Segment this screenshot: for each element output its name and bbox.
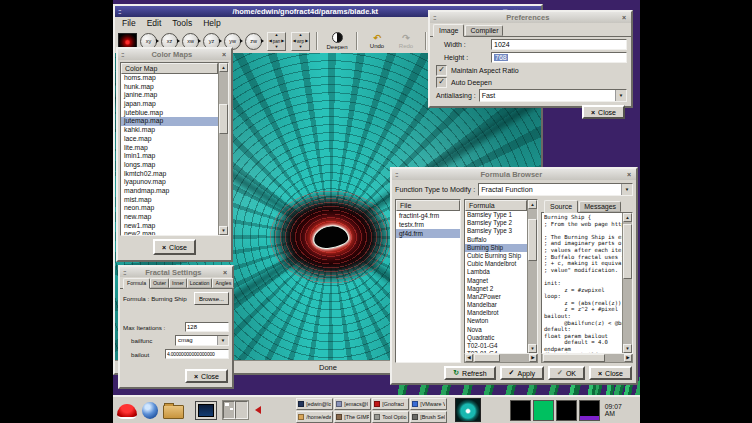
tab[interactable]: Messages (579, 201, 621, 212)
color-map-item[interactable]: lmin1.map (121, 152, 218, 161)
column-header[interactable]: Color Map (121, 63, 218, 74)
web-browser-icon[interactable] (142, 402, 159, 419)
formula-item[interactable]: Barnsley Type 2 (465, 219, 527, 227)
pager-active-desktop[interactable] (223, 401, 236, 419)
maintain-aspect-checkbox[interactable]: ✓ (436, 65, 447, 76)
function-type-dropdown[interactable]: Fractal Function ▼ (478, 183, 633, 196)
main-menu-redhat-icon[interactable] (117, 404, 137, 419)
pan-right-icon[interactable]: ▶ (281, 39, 284, 43)
taskbar-task-button[interactable]: /home/edw (296, 411, 333, 423)
formula-item[interactable]: Buffalo (465, 236, 527, 244)
browse-button[interactable]: Browse... (194, 292, 229, 305)
formula-item[interactable]: Nova (465, 326, 527, 334)
color-map-item[interactable]: new1.map (121, 222, 218, 231)
formula-item[interactable]: Newton (465, 317, 527, 325)
preferences-titlebar[interactable]: :: Preferences × (430, 12, 631, 23)
horizontal-scrollbar[interactable]: ▶ (541, 354, 633, 363)
close-icon[interactable]: × (620, 14, 628, 21)
scroll-down-icon[interactable]: ▼ (219, 226, 228, 235)
formula-item[interactable]: Magnet 2 (465, 285, 527, 293)
scroll-up-icon[interactable]: ▲ (528, 200, 537, 209)
window-menu-icon[interactable]: :: (118, 8, 121, 15)
tab[interactable]: Source (544, 200, 578, 213)
bailfunc-dropdown[interactable]: cmag ▼ (175, 335, 229, 346)
horizontal-scrollbar[interactable]: ◀ ▶ (464, 354, 538, 363)
chevron-down-icon[interactable]: ▼ (621, 184, 632, 195)
color-maps-titlebar[interactable]: :: Color Maps × (118, 49, 231, 60)
close-icon[interactable]: × (220, 51, 228, 58)
formula-item[interactable]: Mandelbar (465, 301, 527, 309)
max-iterations-input[interactable] (185, 322, 229, 332)
chevron-down-icon[interactable]: ▼ (615, 90, 626, 101)
color-map-item[interactable]: mist.map (121, 196, 218, 205)
tab[interactable]: Compiler (465, 25, 503, 36)
window-swatch[interactable] (556, 400, 577, 421)
antialias-dropdown[interactable]: Fast ▼ (479, 89, 627, 102)
scroll-left-icon[interactable]: ◀ (465, 354, 473, 362)
scroll-down-icon[interactable]: ▼ (528, 344, 537, 353)
color-map-item[interactable]: kahki.map (121, 126, 218, 135)
tab[interactable]: Location (187, 278, 213, 288)
scroll-right-icon[interactable]: ▶ (624, 354, 632, 362)
scroll-track[interactable] (623, 222, 632, 344)
tab[interactable]: Outer (150, 278, 169, 288)
window-menu-icon[interactable]: :: (121, 51, 124, 58)
file-column-header[interactable]: File (396, 200, 460, 211)
scroll-track[interactable] (528, 209, 537, 344)
deepen-button[interactable]: Deepen (324, 30, 350, 53)
formula-item[interactable]: Burning Ship (465, 244, 527, 252)
color-map-item[interactable]: lkmtch02.map (121, 170, 218, 179)
width-input[interactable] (491, 39, 627, 50)
menu-item[interactable]: Tools (172, 18, 192, 28)
color-map-item[interactable]: homs.map (121, 74, 218, 83)
scroll-right-icon[interactable]: ▶ (529, 354, 537, 362)
warp-down-icon[interactable]: ▼ (299, 45, 303, 49)
formula-column-header[interactable]: Formula (465, 200, 527, 211)
taskbar-task-button[interactable]: [The GIMP (334, 411, 371, 423)
scroll-thumb[interactable] (474, 354, 500, 362)
color-map-item[interactable]: mandmap.map (121, 187, 218, 196)
formula-item[interactable]: Mandelbrot (465, 309, 527, 317)
color-map-item[interactable]: new.map (121, 213, 218, 222)
color-map-item[interactable]: lite.map (121, 144, 218, 153)
fractal-thumbnail-icon[interactable] (455, 398, 481, 422)
scroll-track[interactable] (473, 354, 529, 362)
terminal-launcher-icon[interactable] (195, 401, 217, 420)
tab[interactable]: Image (433, 24, 464, 37)
scroll-track[interactable] (542, 354, 624, 362)
refresh-button[interactable]: ↻ Refresh (444, 366, 495, 380)
vertical-scrollbar[interactable]: ▲ ▼ (527, 200, 537, 353)
formula-item[interactable]: T03-01-G4 (465, 350, 527, 353)
taskbar-task-button[interactable]: Tool Optio (372, 411, 409, 423)
file-item[interactable]: testx.frm (396, 220, 460, 229)
color-map-item[interactable]: lyapunov.map (121, 178, 218, 187)
taskbar-task-button[interactable]: [edwin@lo (296, 398, 333, 410)
color-map-item[interactable]: longs.map (121, 161, 218, 170)
close-button[interactable]: × Close (185, 369, 228, 383)
warp-control[interactable]: ▲ ◀wrp▶ ▼ (291, 32, 310, 51)
tab[interactable]: Angles (212, 278, 234, 288)
formula-item[interactable]: Cubic Mandelbrot (465, 260, 527, 268)
formula-item[interactable]: Quadratic (465, 334, 527, 342)
undo-button[interactable]: ↶ Undo (364, 30, 390, 53)
auto-deepen-checkbox[interactable]: ✓ (436, 77, 447, 88)
color-map-item[interactable]: japan.map (121, 100, 218, 109)
taskbar-task-button[interactable]: [Gnofract (372, 398, 409, 410)
pan-control[interactable]: ▲ ◀pan▶ ▼ (267, 32, 286, 51)
file-manager-icon[interactable] (163, 405, 184, 419)
height-input[interactable]: 768 (491, 52, 627, 63)
color-map-item[interactable]: jutemap.map (121, 117, 218, 126)
formula-item[interactable]: ManZPower (465, 293, 527, 301)
pager-desktop[interactable] (235, 401, 248, 419)
close-icon[interactable]: × (625, 171, 633, 178)
formula-item[interactable]: Barnsley Type 1 (465, 211, 527, 219)
menu-item[interactable]: File (122, 18, 136, 28)
apply-button[interactable]: ✓ Apply (500, 366, 544, 380)
pager-arrow-icon[interactable] (255, 406, 261, 414)
warp-left-icon[interactable]: ◀ (293, 39, 296, 43)
tab[interactable]: Inner (169, 278, 187, 288)
taskbar-task-button[interactable]: [VMware V (410, 398, 447, 410)
formula-item[interactable]: Cubic Burning Ship (465, 252, 527, 260)
menu-item[interactable]: Help (203, 18, 220, 28)
pan-up-icon[interactable]: ▲ (275, 33, 279, 37)
